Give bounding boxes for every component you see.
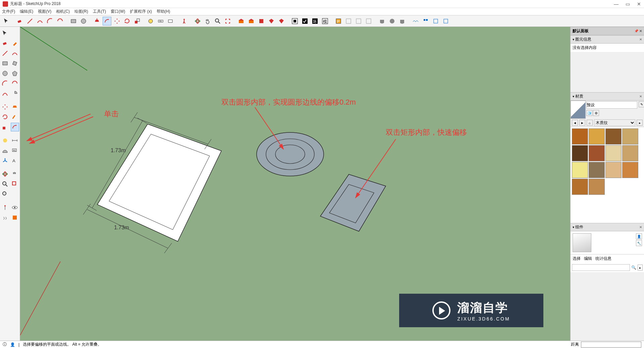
material-name-input[interactable]: [586, 101, 637, 109]
solid1-icon[interactable]: [378, 17, 386, 25]
nav-back-icon[interactable]: ◄: [572, 120, 578, 126]
tab-stats[interactable]: 统计信息: [595, 256, 611, 262]
component-search-input[interactable]: [572, 264, 630, 271]
maximize-button[interactable]: ▭: [625, 2, 630, 6]
lt-rect[interactable]: [1, 59, 9, 68]
status-help-icon[interactable]: ⓘ: [3, 342, 7, 347]
lt-zoomwin[interactable]: [11, 180, 19, 188]
pushpull-tool[interactable]: [93, 17, 101, 25]
close-button[interactable]: ✕: [637, 2, 641, 6]
orbit-tool[interactable]: [193, 17, 202, 25]
lt-3dtext[interactable]: A: [11, 156, 19, 165]
material-swatch[interactable]: [589, 128, 605, 144]
lt-look[interactable]: [11, 203, 19, 212]
material-swatch[interactable]: [622, 145, 638, 161]
menu-window[interactable]: 窗口(W): [111, 9, 125, 14]
menu-edit[interactable]: 编辑(E): [20, 9, 33, 14]
lt-rotrect[interactable]: [11, 59, 19, 68]
menu-tools[interactable]: 工具(T): [93, 9, 106, 14]
panel-entity-info-header[interactable]: 图元信息 ✕: [571, 35, 644, 44]
style2-icon[interactable]: [301, 17, 309, 25]
material-swatch[interactable]: [589, 145, 605, 161]
menu-draw[interactable]: 绘图(R): [74, 9, 88, 14]
extension-tool[interactable]: [257, 17, 266, 25]
material-swatch[interactable]: [605, 145, 622, 161]
menu-help[interactable]: 帮助(H): [157, 9, 170, 14]
layout-icon[interactable]: P: [334, 17, 343, 25]
material-swatch[interactable]: [622, 162, 638, 178]
lt-protractor[interactable]: [1, 146, 9, 155]
menu-view[interactable]: 视图(V): [38, 9, 51, 14]
lt-tape[interactable]: [1, 136, 9, 145]
eraser-tool[interactable]: [15, 17, 24, 25]
sandbox1-icon[interactable]: [411, 17, 420, 25]
comp-action1-icon[interactable]: 👤: [636, 233, 642, 239]
material-swatch[interactable]: [572, 179, 588, 195]
lt-section[interactable]: [11, 213, 19, 222]
menu-file[interactable]: 文件(F): [2, 9, 15, 14]
scale-tool[interactable]: [133, 17, 142, 25]
lt-axes[interactable]: [1, 156, 9, 165]
nav-menu-icon[interactable]: ▸: [637, 120, 643, 126]
minimize-button[interactable]: —: [614, 2, 619, 6]
close-icon[interactable]: ✕: [639, 38, 642, 41]
comp-action2-icon[interactable]: 🔧: [636, 240, 642, 246]
zoom-extents-tool[interactable]: [223, 17, 232, 25]
material-preview-swatch[interactable]: [571, 101, 586, 119]
lt-move[interactable]: [1, 103, 9, 111]
lt-pushpull[interactable]: [11, 103, 19, 111]
nav-fwd-icon[interactable]: ►: [579, 120, 585, 126]
menu-extensions[interactable]: 扩展程序 (x): [130, 9, 152, 14]
lt-polygon[interactable]: [11, 69, 19, 78]
tab-select[interactable]: 选择: [573, 256, 581, 262]
dimension-tool[interactable]: A1: [156, 17, 165, 25]
grid2-icon[interactable]: [354, 17, 363, 25]
ruby2-tool[interactable]: [277, 17, 286, 25]
warehouse2-tool[interactable]: [247, 17, 256, 25]
arc-tool[interactable]: [46, 17, 54, 25]
rotate-tool[interactable]: [123, 17, 131, 25]
grid1-icon[interactable]: [344, 17, 353, 25]
close-icon[interactable]: ✕: [639, 95, 642, 98]
freehand-tool[interactable]: [36, 17, 44, 25]
lt-walk[interactable]: [1, 213, 9, 222]
material-swatch[interactable]: [605, 128, 622, 144]
style4-icon[interactable]: 模: [321, 17, 329, 25]
lt-arc2[interactable]: [11, 79, 19, 88]
solid3-icon[interactable]: [398, 17, 407, 25]
material-swatch[interactable]: [572, 162, 588, 178]
lt-arc[interactable]: [1, 79, 9, 88]
material-swatch[interactable]: [589, 162, 605, 178]
sandbox2-icon[interactable]: [421, 17, 430, 25]
lt-circle[interactable]: [1, 69, 9, 78]
lt-zoomext[interactable]: [1, 190, 9, 198]
lt-dim[interactable]: [11, 136, 19, 145]
sandbox3-icon[interactable]: [431, 17, 440, 25]
tab-edit[interactable]: 编辑: [584, 256, 592, 262]
walk-tool[interactable]: [180, 17, 189, 25]
eyedropper-icon[interactable]: ✎: [639, 101, 644, 107]
lt-offset[interactable]: [11, 123, 19, 131]
lt-followme[interactable]: [11, 113, 19, 121]
material-settings-icon[interactable]: ⚙: [593, 110, 599, 116]
comp-menu-icon[interactable]: ▸: [638, 265, 643, 271]
material-swatch[interactable]: [572, 145, 588, 161]
grid3-icon[interactable]: [364, 17, 373, 25]
panel-material-header[interactable]: 材质 ✕: [571, 92, 644, 101]
material-swatch[interactable]: [605, 162, 622, 178]
warehouse-tool[interactable]: [237, 17, 246, 25]
nav-home-icon[interactable]: ⌂: [587, 120, 593, 126]
viewport-3d[interactable]: 单击 双击圆形内部，实现圆形边线的偏移0.2m 双击矩形内部，快速偏移 1.73…: [20, 27, 570, 341]
solid2-icon[interactable]: [388, 17, 396, 25]
component-thumbnail[interactable]: [573, 233, 591, 252]
close-icon[interactable]: ✕: [639, 225, 642, 229]
material-swatch[interactable]: [572, 128, 588, 144]
arc2-tool[interactable]: [56, 17, 64, 25]
lt-select[interactable]: [1, 29, 9, 38]
search-icon[interactable]: 🔍: [631, 265, 636, 270]
material-swatch[interactable]: [622, 128, 638, 144]
lt-position[interactable]: [1, 203, 9, 212]
lt-pan[interactable]: [11, 170, 19, 178]
select-tool[interactable]: [2, 17, 11, 25]
menu-camera[interactable]: 相机(C): [56, 9, 70, 14]
